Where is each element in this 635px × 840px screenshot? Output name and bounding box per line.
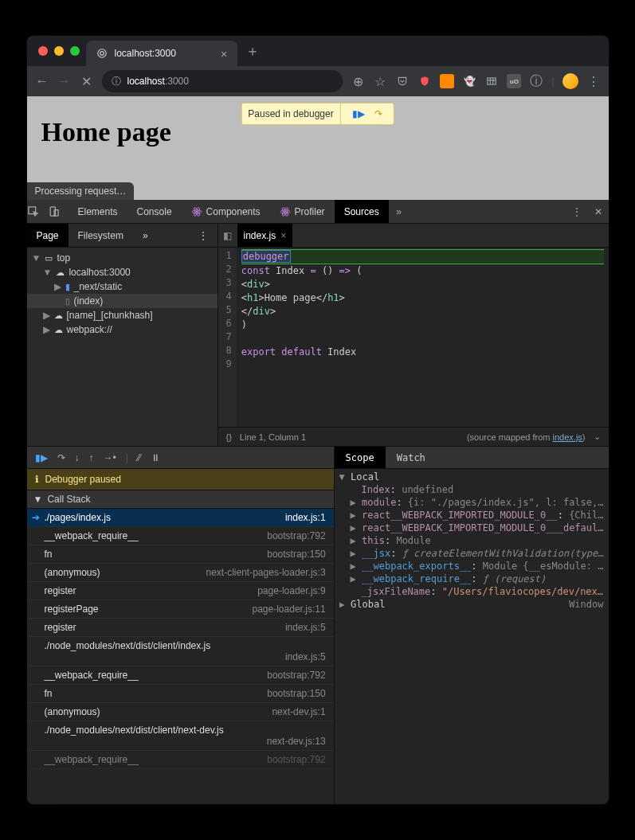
- stack-frame[interactable]: fnbootstrap:150: [27, 545, 334, 564]
- chevron-down-icon[interactable]: ⌄: [594, 432, 601, 442]
- scope-row[interactable]: ▶ react__WEBPACK_IMPORTED_MODULE_0__: {C…: [339, 509, 604, 522]
- stack-frame[interactable]: fnbootstrap:150: [27, 685, 334, 703]
- url: localhost:3000: [127, 76, 189, 87]
- source-map-info: (source mapped from index.js): [467, 432, 586, 442]
- debug-controls: ▮▶ ↷ ↓ ↑ →• | ⁄⁄ ⏸: [27, 447, 334, 469]
- resume-icon[interactable]: ▮▶: [347, 106, 370, 122]
- stack-frame[interactable]: __webpack_require__bootstrap:792: [27, 666, 334, 685]
- site-info-icon[interactable]: ⓘ: [112, 75, 121, 88]
- tree-host[interactable]: ▼☁localhost:3000: [27, 265, 218, 279]
- watch-pin-icon[interactable]: ◧: [218, 230, 237, 241]
- device-icon[interactable]: [48, 205, 69, 217]
- scope-row[interactable]: ▶ this: Module: [339, 534, 604, 547]
- step-button[interactable]: →•: [104, 452, 116, 463]
- tab-sources[interactable]: Sources: [335, 200, 389, 223]
- nav-more-icon[interactable]: »: [133, 224, 158, 247]
- inspect-icon[interactable]: [27, 205, 48, 217]
- sources-panel: Page Filesystem » ⋮ ▼▭top ▼☁localhost:30…: [27, 224, 609, 447]
- stack-frame[interactable]: ➔./pages/index.jsindex.js:1: [27, 509, 334, 527]
- tree-folder[interactable]: ▶▮_next/static: [27, 279, 218, 294]
- stack-frame[interactable]: ./node_modules/next/dist/client/index.js…: [27, 637, 334, 666]
- extension-orange-icon[interactable]: [440, 74, 454, 88]
- scope-row[interactable]: Index: undefined: [339, 483, 604, 496]
- tree-webpack[interactable]: ▶☁webpack://: [27, 322, 218, 337]
- info-icon[interactable]: ⓘ: [529, 73, 543, 90]
- tree-name-chunk[interactable]: ▶☁[name]_[chunkhash]: [27, 308, 218, 322]
- scope-row[interactable]: ▶ __webpack_exports__: Module {__esModul…: [339, 560, 604, 572]
- tab-elements[interactable]: Elements: [69, 200, 127, 223]
- tree-file-index[interactable]: ▯(index): [27, 294, 218, 308]
- stack-frame[interactable]: registerpage-loader.js:9: [27, 582, 334, 600]
- stack-frame[interactable]: __webpack_require__bootstrap:792: [27, 751, 334, 769]
- pause-exceptions-button[interactable]: ⏸: [151, 452, 160, 463]
- tab-strip: localhost:3000 × ＋: [27, 36, 609, 66]
- devtools-close-icon[interactable]: ✕: [588, 206, 609, 217]
- shield-icon[interactable]: [417, 74, 432, 88]
- status-bar: Processing request…: [27, 182, 135, 200]
- tab-scope[interactable]: Scope: [335, 447, 386, 468]
- source-map-link[interactable]: index.js: [553, 432, 582, 442]
- stack-frame[interactable]: (anonymous)next-client-pages-loader.js:3: [27, 564, 334, 582]
- debugger-panel: ▮▶ ↷ ↓ ↑ →• | ⁄⁄ ⏸ ℹ Debugger paused ▼Ca…: [27, 447, 609, 804]
- scope-row[interactable]: ▶ __webpack_require__: ƒ (request): [339, 572, 604, 585]
- stack-frame[interactable]: (anonymous)next-dev.js:1: [27, 703, 334, 721]
- stack-frame[interactable]: ./node_modules/next/dist/client/next-dev…: [27, 721, 334, 751]
- tab-console[interactable]: Console: [127, 200, 182, 223]
- stack-frame[interactable]: registerPagepage-loader.js:11: [27, 600, 334, 619]
- step-into-button[interactable]: ↓: [75, 452, 80, 463]
- debugger-paused-banner: ℹ Debugger paused: [27, 469, 334, 490]
- scope-global[interactable]: ▶ GlobalWindow: [339, 598, 604, 611]
- info-icon: ℹ: [35, 474, 39, 485]
- code-editor[interactable]: 123456789 debugger const Index = () => (…: [218, 248, 609, 427]
- deactivate-breakpoints-button[interactable]: ⁄⁄: [138, 452, 141, 463]
- file-tab-index[interactable]: index.js×: [237, 224, 293, 247]
- scope-tree: ▼ Local Index: undefined ▶ module: {i: "…: [335, 469, 609, 804]
- scope-row[interactable]: ▶ react__WEBPACK_IMPORTED_MODULE_0___def…: [339, 522, 604, 534]
- minimize-window-icon[interactable]: [54, 46, 64, 56]
- close-file-icon[interactable]: ×: [280, 230, 286, 241]
- close-window-icon[interactable]: [38, 46, 48, 56]
- more-tabs-icon[interactable]: »: [389, 206, 410, 217]
- back-button[interactable]: ←: [35, 74, 49, 88]
- tab-profiler[interactable]: Profiler: [270, 200, 335, 223]
- scope-row[interactable]: ▶ module: {i: "./pages/index.js", l: fal…: [339, 496, 604, 509]
- tree-top[interactable]: ▼▭top: [27, 251, 218, 265]
- ghost-icon[interactable]: 👻: [462, 74, 476, 88]
- call-stack-header[interactable]: ▼Call Stack: [27, 490, 334, 509]
- tab-components[interactable]: Components: [182, 200, 270, 223]
- favicon-icon: [96, 47, 108, 60]
- forward-button[interactable]: →: [57, 74, 72, 88]
- step-out-button[interactable]: ↑: [89, 452, 94, 463]
- stack-frame[interactable]: registerindex.js:5: [27, 619, 334, 637]
- stack-frame[interactable]: __webpack_require__bootstrap:792: [27, 527, 334, 545]
- svg-rect-2: [488, 78, 496, 84]
- step-over-button[interactable]: ↷: [57, 452, 65, 463]
- browser-tab[interactable]: localhost:3000 ×: [86, 41, 237, 66]
- tab-watch[interactable]: Watch: [386, 447, 437, 468]
- nav-tab-filesystem[interactable]: Filesystem: [69, 224, 133, 247]
- paused-overlay: Paused in debugger ▮▶ ↷: [241, 103, 394, 125]
- extension-grid-icon[interactable]: [484, 74, 499, 88]
- nav-tab-page[interactable]: Page: [27, 224, 69, 247]
- scope-row[interactable]: _jsxFileName: "/Users/flaviocopes/dev/ne…: [339, 585, 604, 598]
- close-tab-icon[interactable]: ×: [221, 47, 228, 61]
- pocket-icon[interactable]: [395, 74, 410, 88]
- devtools-tabs: Elements Console Components Profiler Sou…: [27, 200, 609, 224]
- step-icon[interactable]: ↷: [370, 106, 387, 122]
- resume-button[interactable]: ▮▶: [35, 452, 48, 463]
- scope-local[interactable]: ▼ Local: [339, 471, 604, 483]
- devtools-menu-icon[interactable]: ⋮: [566, 206, 588, 217]
- address-bar[interactable]: ⓘ localhost:3000: [102, 70, 343, 92]
- stop-button[interactable]: ✕: [80, 74, 94, 89]
- profile-avatar[interactable]: [562, 73, 578, 89]
- menu-icon[interactable]: ⋮: [586, 74, 601, 89]
- bookmark-icon[interactable]: ☆: [373, 74, 387, 89]
- ublock-icon[interactable]: uO: [507, 74, 521, 88]
- cursor-position: Line 1, Column 1: [240, 432, 306, 442]
- maximize-window-icon[interactable]: [70, 46, 80, 56]
- format-icon[interactable]: {}: [226, 432, 232, 442]
- new-tab-button[interactable]: ＋: [237, 41, 268, 61]
- zoom-icon[interactable]: ⊕: [351, 74, 365, 89]
- nav-menu-icon[interactable]: ⋮: [189, 224, 218, 247]
- scope-row[interactable]: ▶ __jsx: ƒ createElementWithValidation(t…: [339, 547, 604, 560]
